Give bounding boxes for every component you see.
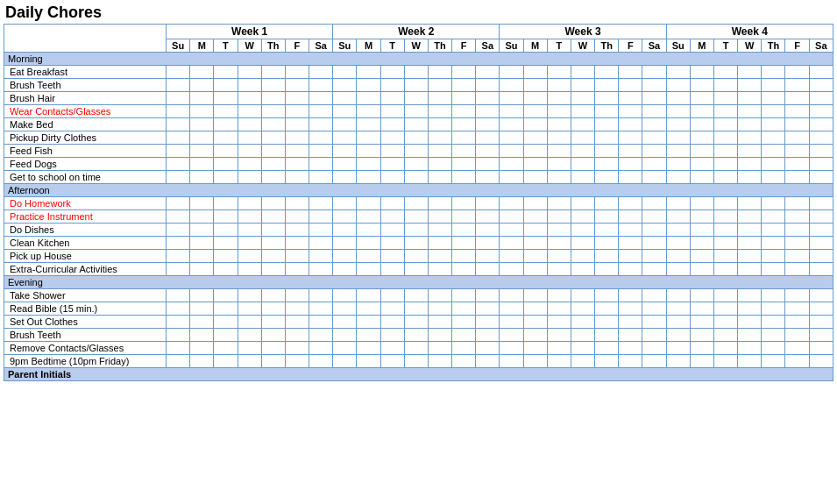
chore-cell[interactable] — [809, 171, 833, 184]
chore-cell[interactable] — [809, 197, 833, 210]
chore-cell[interactable] — [333, 342, 357, 355]
chore-cell[interactable] — [238, 197, 261, 210]
chore-cell[interactable] — [333, 197, 357, 210]
chore-cell[interactable] — [523, 289, 547, 302]
chore-cell[interactable] — [404, 105, 428, 118]
chore-cell[interactable] — [785, 79, 809, 92]
chore-cell[interactable] — [214, 66, 238, 79]
chore-cell[interactable] — [595, 263, 619, 276]
chore-cell[interactable] — [595, 171, 619, 184]
chore-cell[interactable] — [309, 316, 333, 329]
chore-cell[interactable] — [738, 316, 762, 329]
chore-cell[interactable] — [428, 210, 451, 224]
chore-cell[interactable] — [357, 171, 380, 184]
chore-cell[interactable] — [452, 263, 476, 276]
chore-cell[interactable] — [500, 289, 523, 302]
chore-cell[interactable] — [167, 316, 190, 329]
chore-cell[interactable] — [547, 66, 571, 79]
chore-cell[interactable] — [809, 302, 833, 316]
chore-cell[interactable] — [642, 105, 666, 118]
chore-cell[interactable] — [595, 118, 619, 131]
chore-cell[interactable] — [571, 171, 594, 184]
chore-cell[interactable] — [785, 131, 809, 145]
chore-cell[interactable] — [619, 289, 642, 302]
chore-cell[interactable] — [167, 131, 190, 145]
chore-cell[interactable] — [523, 79, 547, 92]
chore-cell[interactable] — [285, 79, 309, 92]
chore-cell[interactable] — [571, 250, 594, 263]
chore-cell[interactable] — [713, 342, 737, 355]
chore-cell[interactable] — [523, 66, 547, 79]
chore-cell[interactable] — [261, 329, 285, 342]
chore-cell[interactable] — [190, 92, 214, 105]
chore-cell[interactable] — [309, 171, 333, 184]
chore-cell[interactable] — [190, 289, 214, 302]
chore-cell[interactable] — [214, 263, 238, 276]
chore-cell[interactable] — [595, 302, 619, 316]
chore-cell[interactable] — [547, 171, 571, 184]
chore-cell[interactable] — [261, 250, 285, 263]
chore-cell[interactable] — [476, 302, 500, 316]
chore-cell[interactable] — [738, 197, 762, 210]
chore-cell[interactable] — [666, 105, 690, 118]
chore-cell[interactable] — [309, 197, 333, 210]
chore-cell[interactable] — [642, 289, 666, 302]
chore-cell[interactable] — [357, 145, 380, 158]
chore-cell[interactable] — [547, 79, 571, 92]
chore-cell[interactable] — [619, 316, 642, 329]
chore-cell[interactable] — [690, 355, 713, 368]
chore-cell[interactable] — [285, 92, 309, 105]
chore-cell[interactable] — [738, 79, 762, 92]
chore-cell[interactable] — [785, 171, 809, 184]
chore-cell[interactable] — [571, 302, 594, 316]
chore-cell[interactable] — [167, 158, 190, 171]
chore-cell[interactable] — [785, 224, 809, 237]
chore-cell[interactable] — [428, 342, 451, 355]
chore-cell[interactable] — [261, 158, 285, 171]
chore-cell[interactable] — [476, 329, 500, 342]
chore-cell[interactable] — [167, 224, 190, 237]
chore-cell[interactable] — [167, 92, 190, 105]
chore-cell[interactable] — [333, 158, 357, 171]
chore-cell[interactable] — [380, 210, 404, 224]
chore-cell[interactable] — [380, 263, 404, 276]
chore-cell[interactable] — [738, 342, 762, 355]
chore-cell[interactable] — [500, 105, 523, 118]
chore-cell[interactable] — [762, 158, 785, 171]
chore-cell[interactable] — [762, 316, 785, 329]
chore-cell[interactable] — [333, 145, 357, 158]
chore-cell[interactable] — [642, 237, 666, 250]
chore-cell[interactable] — [738, 329, 762, 342]
chore-cell[interactable] — [404, 66, 428, 79]
chore-cell[interactable] — [333, 105, 357, 118]
chore-cell[interactable] — [404, 302, 428, 316]
chore-cell[interactable] — [357, 92, 380, 105]
chore-cell[interactable] — [500, 145, 523, 158]
chore-cell[interactable] — [452, 79, 476, 92]
chore-cell[interactable] — [214, 158, 238, 171]
chore-cell[interactable] — [666, 250, 690, 263]
chore-cell[interactable] — [476, 355, 500, 368]
chore-cell[interactable] — [261, 302, 285, 316]
chore-cell[interactable] — [476, 210, 500, 224]
chore-cell[interactable] — [595, 158, 619, 171]
chore-cell[interactable] — [690, 105, 713, 118]
chore-cell[interactable] — [238, 263, 261, 276]
chore-cell[interactable] — [595, 79, 619, 92]
chore-cell[interactable] — [285, 171, 309, 184]
chore-cell[interactable] — [500, 302, 523, 316]
chore-cell[interactable] — [238, 92, 261, 105]
chore-cell[interactable] — [428, 105, 451, 118]
chore-cell[interactable] — [642, 250, 666, 263]
chore-cell[interactable] — [500, 316, 523, 329]
chore-cell[interactable] — [404, 79, 428, 92]
chore-cell[interactable] — [809, 118, 833, 131]
chore-cell[interactable] — [666, 158, 690, 171]
chore-cell[interactable] — [214, 79, 238, 92]
chore-cell[interactable] — [452, 131, 476, 145]
chore-cell[interactable] — [261, 224, 285, 237]
chore-cell[interactable] — [333, 224, 357, 237]
chore-cell[interactable] — [476, 342, 500, 355]
chore-cell[interactable] — [333, 66, 357, 79]
chore-cell[interactable] — [785, 105, 809, 118]
